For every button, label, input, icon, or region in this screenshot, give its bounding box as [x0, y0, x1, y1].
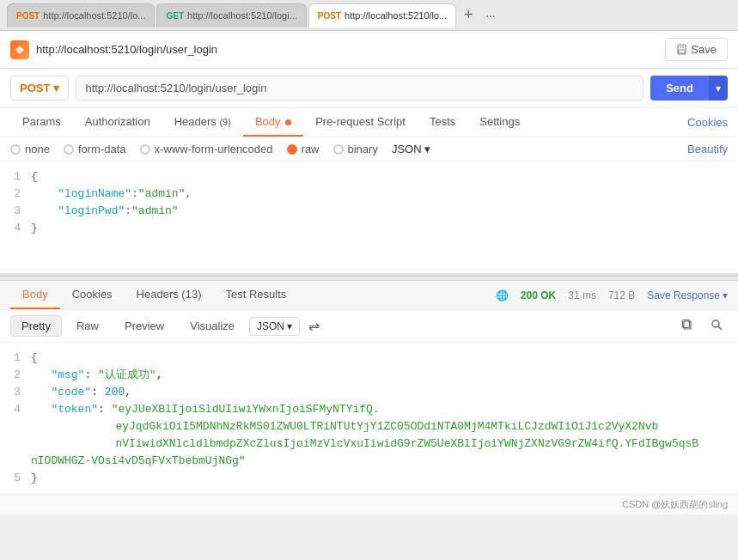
tab-2-method: GET [166, 11, 184, 21]
save-icon [676, 44, 687, 55]
resp-line-2: 2 "msg": "认证成功", [0, 367, 738, 384]
method-select[interactable]: POST ▾ [10, 76, 69, 100]
resp-line-3: 3 "code": 200, [0, 384, 738, 401]
copy-button[interactable] [676, 317, 698, 335]
json-format-select[interactable]: JSON ▾ [392, 143, 430, 155]
json-chevron-icon: ▾ [424, 143, 430, 155]
resp-tab-headers[interactable]: Headers (13) [125, 281, 214, 309]
search-icon-svg [711, 319, 723, 331]
tab-headers[interactable]: Headers (9) [162, 108, 243, 137]
resp-json-format-select[interactable]: JSON ▾ [249, 317, 300, 336]
format-none-radio [10, 144, 21, 155]
svg-rect-2 [680, 45, 684, 48]
url-bar: POST ▾ Send ▾ [0, 69, 738, 108]
pretty-tab-raw[interactable]: Raw [65, 315, 110, 337]
resp-tab-cookies[interactable]: Cookies [60, 281, 125, 309]
svg-rect-3 [679, 50, 685, 53]
address-bar: http://localhost:5210/login/user_login S… [0, 31, 738, 69]
resp-tab-test-results[interactable]: Test Results [213, 281, 298, 309]
tab-params[interactable]: Params [10, 108, 73, 137]
code-line-1: 1 { [0, 168, 738, 186]
tab-2[interactable]: GET http://localhost:5210/logi... [156, 3, 306, 27]
response-size: 712 B [608, 289, 635, 301]
json-format-label: JSON [392, 143, 422, 155]
tab-3-method: POST [318, 11, 341, 21]
request-panel: POST ▾ Send ▾ Params Authorization Heade… [0, 69, 738, 276]
watermark-text: CSDN @妖妖西葩的sling [622, 499, 728, 509]
more-tabs-button[interactable]: ··· [480, 9, 501, 22]
tab-tests[interactable]: Tests [418, 108, 467, 137]
pretty-tabs-bar: Pretty Raw Preview Visualize JSON ▾ ⇌ [0, 310, 738, 343]
copy-icon-svg [681, 319, 693, 331]
save-response-chevron-icon: ▾ [723, 289, 728, 301]
format-raw-radio [287, 144, 297, 155]
save-label: Save [691, 43, 717, 56]
body-format-row: none form-data x-www-form-urlencoded raw… [0, 137, 738, 161]
code-editor[interactable]: 1 { 2 "loginName":"admin", 3 "loginPwd":… [0, 161, 738, 273]
request-nav-tabs: Params Authorization Headers (9) Body Pr… [0, 108, 738, 137]
send-button-group: Send ▾ [650, 76, 728, 100]
wrap-icon[interactable]: ⇌ [303, 316, 325, 336]
app-icon [10, 40, 29, 59]
response-status-bar: 🌐 200 OK 31 ms 712 B Save Response ▾ [496, 289, 728, 301]
tab-2-url: http://localhost:5210/logi... [187, 10, 297, 21]
code-line-2: 2 "loginName":"admin", [0, 186, 738, 203]
resp-tab-body[interactable]: Body [10, 281, 60, 309]
method-value: POST [20, 82, 50, 94]
response-panel: Body Cookies Headers (13) Test Results 🌐… [0, 281, 738, 494]
resp-line-1: 1 { [0, 350, 738, 367]
tab-1-method: POST [16, 11, 40, 21]
tab-1-url: http://localhost:5210/lo... [43, 10, 145, 21]
tab-3-url: http://localhost:5210/lo... [345, 10, 447, 21]
save-response-button[interactable]: Save Response ▾ [647, 289, 728, 301]
tab-settings[interactable]: Settings [467, 108, 532, 137]
search-button[interactable] [705, 317, 728, 335]
tab-authorization[interactable]: Authorization [73, 108, 162, 137]
resp-json-label: JSON [257, 320, 284, 332]
format-form-data[interactable]: form-data [64, 143, 126, 155]
url-input[interactable] [76, 76, 643, 100]
response-nav-tabs: Body Cookies Headers (13) Test Results 🌐… [0, 281, 738, 310]
pretty-tab-pretty[interactable]: Pretty [10, 315, 62, 337]
browser-tabs-bar: POST http://localhost:5210/lo... GET htt… [0, 0, 738, 31]
svg-line-7 [718, 326, 721, 329]
pretty-tab-preview[interactable]: Preview [113, 315, 175, 337]
format-raw[interactable]: raw [287, 143, 320, 155]
pretty-tab-visualize[interactable]: Visualize [179, 315, 246, 337]
tab-pre-request[interactable]: Pre-request Script [303, 108, 418, 137]
format-urlencoded[interactable]: x-www-form-urlencoded [140, 143, 273, 155]
format-form-data-radio [64, 144, 74, 155]
address-url-text: http://localhost:5210/login/user_login [36, 43, 658, 56]
send-button[interactable]: Send [650, 76, 709, 100]
code-line-4: 4 } [0, 220, 738, 237]
postman-logo-icon [14, 44, 26, 56]
watermark: CSDN @妖妖西葩的sling [0, 494, 738, 514]
format-none[interactable]: none [10, 143, 50, 155]
tab-1[interactable]: POST http://localhost:5210/lo... [7, 3, 155, 27]
send-arrow-button[interactable]: ▾ [709, 76, 728, 100]
tab-body[interactable]: Body [243, 108, 303, 137]
code-line-3: 3 "loginPwd":"admin" [0, 203, 738, 220]
tab-3[interactable]: POST http://localhost:5210/lo... [308, 3, 456, 27]
format-binary[interactable]: binary [333, 143, 378, 155]
resp-line-5: 5 } [0, 470, 738, 487]
format-binary-radio [333, 144, 344, 155]
status-code: 200 OK [521, 289, 556, 301]
globe-icon: 🌐 [496, 289, 509, 301]
response-code-area: 1 { 2 "msg": "认证成功", 3 "code": 200, 4 "t… [0, 343, 738, 494]
response-time: 31 ms [568, 289, 596, 301]
format-urlencoded-radio [140, 144, 150, 155]
cookies-link[interactable]: Cookies [687, 116, 728, 129]
save-button[interactable]: Save [665, 38, 728, 61]
resp-json-chevron-icon: ▾ [287, 320, 292, 332]
new-tab-button[interactable]: + [458, 5, 479, 26]
resp-line-4: 4 "token": "eyJUeXBlIjoiSldUIiwiYWxnIjoi… [0, 401, 738, 470]
beautify-button[interactable]: Beautify [687, 143, 728, 155]
method-chevron-icon: ▾ [53, 82, 59, 94]
save-response-label: Save Response [647, 289, 720, 301]
